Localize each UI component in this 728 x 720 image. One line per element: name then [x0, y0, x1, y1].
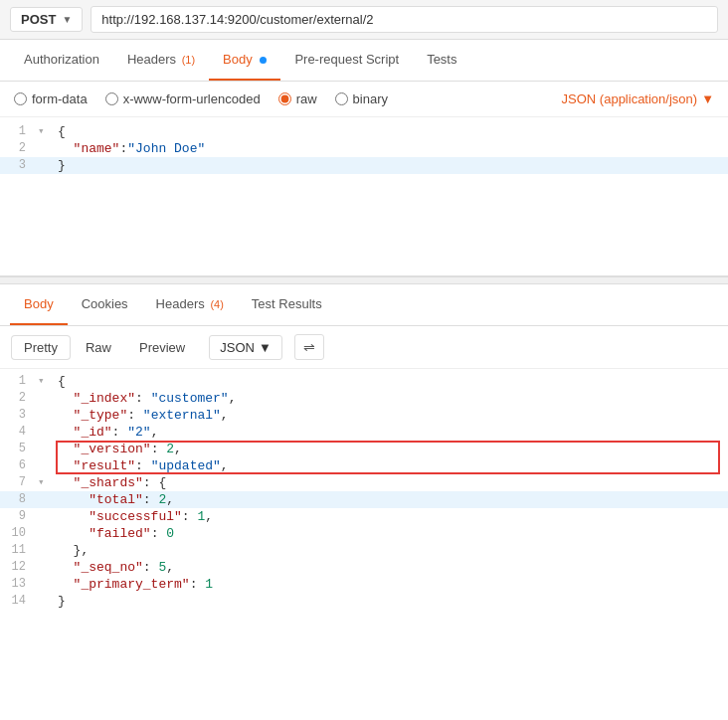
tab-label-authorization: Authorization	[24, 52, 99, 67]
formdata-label: form-data	[32, 91, 88, 106]
raw-option[interactable]: raw	[278, 91, 317, 106]
resp-line-6: 6 "result": "updated",	[0, 457, 728, 474]
tab-prerequest[interactable]: Pre-request Script	[280, 40, 413, 81]
resp-tab-body[interactable]: Body	[10, 284, 68, 325]
tab-headers[interactable]: Headers (1)	[113, 40, 209, 81]
resp-headers-badge: (4)	[210, 298, 223, 310]
response-tab-bar: Body Cookies Headers (4) Test Results	[0, 284, 728, 326]
resp-line-3: 3 "_type": "external",	[0, 407, 728, 424]
section-divider	[0, 276, 728, 284]
resp-line-11: 11 },	[0, 542, 728, 559]
resp-line-7: 7 ▾ "_shards": {	[0, 474, 728, 491]
body-dot-icon	[260, 57, 267, 64]
resp-tab-headers[interactable]: Headers (4)	[142, 284, 238, 325]
formdata-option[interactable]: form-data	[14, 91, 88, 106]
formdata-radio[interactable]	[14, 92, 27, 105]
raw-radio[interactable]	[278, 92, 291, 105]
resp-tab-testresults-label: Test Results	[252, 296, 322, 311]
resp-tab-cookies[interactable]: Cookies	[68, 284, 142, 325]
binary-option[interactable]: binary	[335, 91, 388, 106]
req-content-2: "name":"John Doe"	[58, 141, 728, 156]
request-tab-bar: Authorization Headers (1) Body Pre-reque…	[0, 40, 728, 82]
req-val-name: "John Doe"	[127, 141, 205, 156]
json-type-label: JSON (application/json)	[562, 91, 698, 106]
resp-line-8: 8 "total": 2,	[0, 491, 728, 508]
req-line-1: 1 ▾ {	[0, 123, 728, 140]
format-pretty-btn[interactable]: Pretty	[12, 336, 70, 359]
method-selector[interactable]: POST ▼	[10, 7, 83, 32]
resp-line-4: 4 "_id": "2",	[0, 424, 728, 441]
resp-line-1: 1 ▾ {	[0, 373, 728, 390]
req-content-1: {	[58, 124, 728, 139]
headers-badge: (1)	[182, 54, 195, 66]
url-input[interactable]	[91, 6, 718, 33]
tab-label-headers: Headers	[127, 52, 176, 67]
tab-tests[interactable]: Tests	[413, 40, 470, 81]
red-box-group: 5 "_version": 2, 6 "result": "updated",	[0, 441, 728, 474]
tab-label-body: Body	[223, 52, 253, 67]
resp-line-5: 5 "_version": 2,	[0, 441, 728, 457]
req-line-3: 3 }	[0, 157, 728, 174]
response-body-editor[interactable]: 1 ▾ { 2 "_index": "customer", 3 "_type":…	[0, 369, 728, 628]
resp-tab-cookies-label: Cookies	[82, 296, 128, 311]
urlencoded-radio[interactable]	[105, 92, 118, 105]
method-chevron-icon: ▼	[62, 14, 72, 25]
req-linenum-1: 1	[0, 124, 38, 138]
req-key-name: "name"	[58, 141, 119, 156]
tab-label-prerequest: Pre-request Script	[294, 52, 399, 67]
json-dropdown-chevron-icon: ▼	[701, 91, 714, 106]
resp-tab-headers-label: Headers	[156, 296, 205, 311]
req-line-2: 2 "name":"John Doe"	[0, 140, 728, 157]
format-preview-btn[interactable]: Preview	[127, 336, 197, 359]
body-type-row: form-data x-www-form-urlencoded raw bina…	[0, 82, 728, 117]
json-type-dropdown[interactable]: JSON (application/json) ▼	[562, 91, 714, 106]
resp-line-10: 10 "failed": 0	[0, 525, 728, 542]
url-bar: POST ▼	[0, 0, 728, 40]
resp-tab-body-label: Body	[24, 296, 54, 311]
urlencoded-option[interactable]: x-www-form-urlencoded	[105, 91, 261, 106]
resp-line-14: 14 }	[0, 593, 728, 610]
tab-body[interactable]: Body	[209, 40, 280, 81]
req-gutter-1: ▾	[38, 124, 58, 137]
resp-tab-testresults[interactable]: Test Results	[238, 284, 336, 325]
tab-authorization[interactable]: Authorization	[10, 40, 113, 81]
response-format-chevron-icon: ▼	[259, 340, 272, 355]
wrap-icon[interactable]: ⇌	[294, 334, 324, 360]
binary-radio[interactable]	[335, 92, 348, 105]
resp-line-13: 13 "_primary_term": 1	[0, 576, 728, 593]
raw-label: raw	[296, 91, 317, 106]
req-content-3: }	[58, 158, 728, 173]
request-body-editor[interactable]: 1 ▾ { 2 "name":"John Doe" 3 }	[0, 117, 728, 276]
method-label: POST	[21, 12, 56, 27]
resp-line-12: 12 "_seq_no": 5,	[0, 559, 728, 576]
response-format-label: JSON	[220, 340, 255, 355]
urlencoded-label: x-www-form-urlencoded	[123, 91, 261, 106]
format-raw-btn[interactable]: Raw	[74, 336, 123, 359]
tab-label-tests: Tests	[427, 52, 456, 67]
req-linenum-2: 2	[0, 141, 38, 155]
binary-label: binary	[353, 91, 388, 106]
resp-line-2: 2 "_index": "customer",	[0, 390, 728, 407]
resp-line-9: 9 "successful": 1,	[0, 508, 728, 525]
req-linenum-3: 3	[0, 158, 38, 172]
format-row: Pretty Raw Preview JSON ▼ ⇌	[0, 326, 728, 369]
response-format-select[interactable]: JSON ▼	[209, 335, 282, 360]
